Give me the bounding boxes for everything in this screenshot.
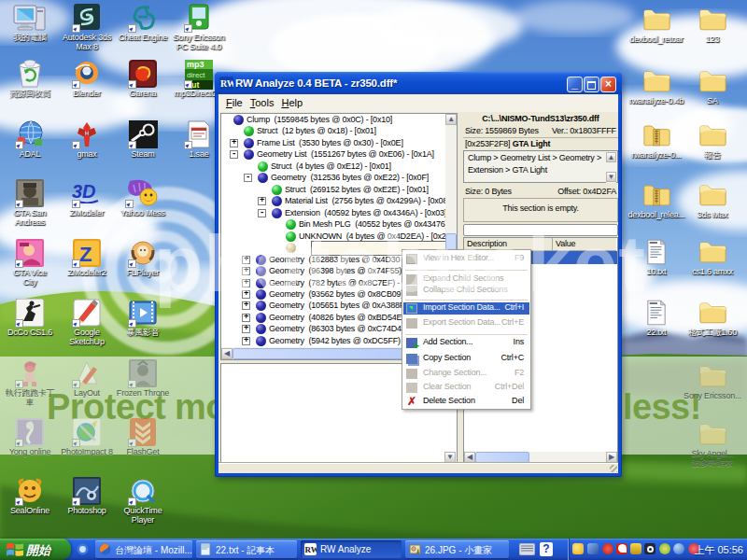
svg-text:direct: direct xyxy=(187,71,205,79)
svg-text:3D: 3D xyxy=(72,181,96,202)
svg-text:Z: Z xyxy=(79,243,92,266)
svg-text:mp3: mp3 xyxy=(187,60,204,69)
svg-text:RW: RW xyxy=(305,545,317,554)
svg-text:RW: RW xyxy=(220,78,233,89)
